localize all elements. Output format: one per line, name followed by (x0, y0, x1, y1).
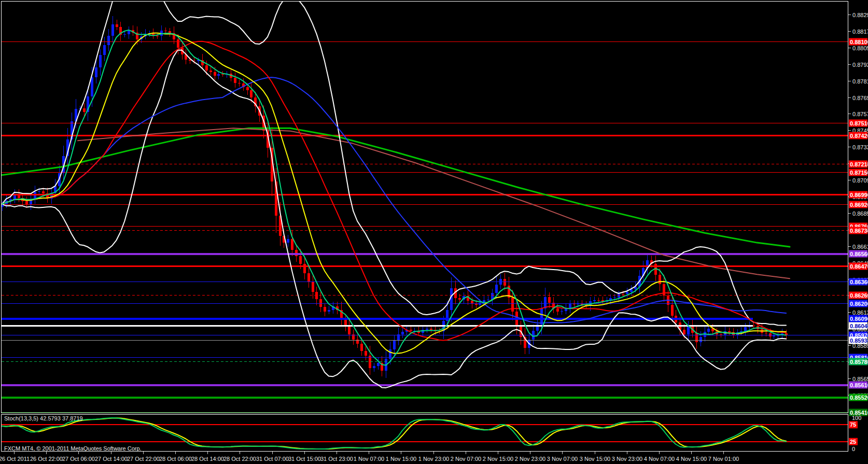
candle-body (540, 308, 543, 325)
axis-label: 0.86135 (852, 310, 868, 316)
candle-body (765, 333, 767, 333)
axis-label: 0.85655 (852, 376, 868, 382)
time-label: 2 Nov 07:00 (451, 456, 481, 462)
axis-label: 0.86990 (850, 192, 868, 198)
candle-body (511, 298, 514, 312)
candle-body (221, 74, 224, 75)
candle-body (573, 304, 576, 304)
axis-label: 0.87935 (852, 62, 868, 68)
candle-body (156, 36, 159, 36)
candle-body (683, 330, 685, 335)
candle-body (744, 327, 747, 331)
candle-body (622, 294, 624, 294)
candle-body (503, 279, 506, 285)
candle-body (458, 298, 461, 300)
axis-label: 0.86260 (850, 292, 868, 299)
candle-body (177, 39, 179, 48)
candle-body (618, 294, 620, 298)
candle-body (695, 333, 698, 342)
axis-label: 0.85520 (850, 395, 868, 401)
axis-label: 0.85610 (850, 382, 868, 388)
candle-body (569, 304, 571, 308)
candle-body (475, 304, 478, 305)
axis-label: 0.86470 (850, 263, 868, 270)
candle-body (769, 333, 772, 336)
candle-body (214, 72, 216, 76)
candle-body (250, 90, 253, 97)
time-label: 26 Oct 22:00 (30, 456, 63, 462)
candle-body (291, 239, 293, 250)
axis-label: 0.88295 (852, 12, 868, 18)
axis-label: 75 (850, 421, 856, 428)
axis-label: 0 (852, 446, 855, 452)
axis-label: 0.87420 (850, 133, 868, 139)
candle-body (315, 292, 318, 299)
candle-body (95, 67, 97, 78)
time-label: 4 Nov 07:00 (644, 456, 675, 462)
candle-body (299, 256, 302, 264)
mt4-chart-window: 0.882950.881750.880550.879350.878150.876… (0, 0, 868, 464)
candle-body (450, 288, 453, 310)
candle-body (495, 285, 498, 293)
chart-canvas[interactable]: 0.882950.881750.880550.879350.878150.876… (0, 0, 868, 464)
candle-body (234, 78, 236, 83)
axis-label: 0.86560 (850, 251, 868, 257)
axis-label: 0.87510 (850, 120, 868, 126)
candle-body (597, 300, 600, 301)
candle-body (307, 273, 310, 282)
candle-body (83, 108, 86, 112)
candle-body (728, 331, 731, 332)
candle-body (548, 297, 551, 303)
time-label: 31 Oct 15:00 (288, 456, 321, 462)
candle-body (324, 307, 326, 312)
time-label: 3 Nov 15:00 (580, 456, 610, 462)
candle-body (377, 363, 380, 367)
axis-label: 100 (852, 415, 861, 421)
axis-label: 0.88100 (850, 39, 868, 45)
candle-body (410, 330, 412, 331)
candle-body (25, 201, 28, 204)
candle-body (373, 366, 375, 368)
candle-body (103, 45, 106, 55)
candle-body (107, 36, 110, 45)
candle-body (707, 329, 710, 331)
candle-body (426, 329, 428, 330)
axis-label: 0.86615 (852, 244, 868, 250)
axis-label: 0.87095 (852, 177, 868, 184)
time-label: 3 Nov 23:00 (612, 456, 642, 462)
axis-label: 0.85934 (850, 338, 868, 344)
candle-body (205, 65, 208, 71)
candle-body (312, 282, 314, 292)
candle-body (401, 332, 404, 334)
axis-label: 0.86040 (850, 323, 868, 329)
candle-body (360, 344, 363, 350)
axis-label: 0.88055 (852, 45, 868, 51)
time-label: 1 Nov 15:00 (386, 456, 416, 462)
time-label: 1 Nov 23:00 (418, 456, 449, 462)
stoch-indicator-label: Stoch(13,3,5) 42.5793 37.8719 (4, 415, 83, 422)
candle-body (303, 264, 306, 273)
candle-body (479, 303, 481, 305)
candle-body (164, 31, 167, 31)
candle-body (238, 83, 241, 83)
axis-label: 0.85780 (850, 359, 868, 365)
axis-label: 0.87150 (850, 170, 868, 176)
candle-body (169, 31, 171, 33)
candle-body (663, 284, 665, 296)
axis-label: 25 (850, 439, 856, 445)
candle-body (111, 24, 114, 36)
time-label: 7 Nov 01:00 (708, 456, 739, 462)
candle-body (699, 337, 702, 342)
candle-body (116, 24, 118, 27)
candle-body (42, 191, 45, 193)
candle-body (217, 74, 220, 76)
axis-label: 0.87815 (852, 78, 868, 85)
axis-label: 0.86090 (850, 316, 868, 322)
candle-body (556, 308, 559, 312)
axis-label: 0.86730 (850, 228, 868, 234)
axis-label: 0.86200 (850, 301, 868, 307)
axis-label: 0.87210 (850, 161, 868, 167)
candle-body (348, 326, 351, 334)
candle-body (209, 71, 212, 72)
time-label: 28 Oct 06:00 (159, 456, 192, 462)
